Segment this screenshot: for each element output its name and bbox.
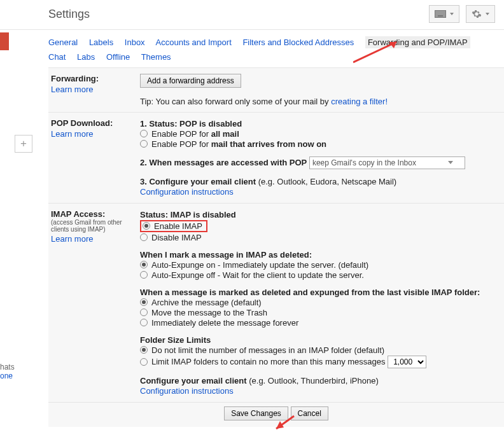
- imap-expunge-header: When a message is marked as deleted and …: [140, 288, 480, 297]
- pop-status: 1. Status: POP is disabled: [140, 119, 242, 128]
- imap-mark-deleted-header: When I mark a message in IMAP as deleted…: [140, 250, 312, 260]
- tab-chat[interactable]: Chat: [48, 52, 66, 62]
- forwarding-title: Forwarding:: [51, 74, 140, 83]
- forwarding-learn-more[interactable]: Learn more: [51, 85, 140, 94]
- pop-access-label: 2. When messages are accessed with POP: [140, 158, 307, 167]
- tab-offline[interactable]: Offline: [106, 52, 130, 62]
- imap-section: IMAP Access: (access Gmail from other cl…: [48, 204, 504, 403]
- delete-forever-radio[interactable]: [140, 319, 148, 326]
- auto-expunge-off-radio[interactable]: [140, 271, 148, 279]
- chat-area: hats one: [0, 363, 29, 380]
- trash-radio[interactable]: [140, 309, 148, 316]
- auto-expunge-on-radio[interactable]: [140, 261, 148, 268]
- imap-config-instructions[interactable]: Configuration instructions: [140, 386, 234, 396]
- tab-labs[interactable]: Labs: [77, 52, 95, 62]
- tab-labels[interactable]: Labels: [89, 38, 113, 47]
- pop-enable-all-radio[interactable]: [140, 130, 148, 137]
- pop-section: POP Download: Learn more 1. Status: POP …: [48, 113, 504, 204]
- gear-icon: [472, 9, 482, 19]
- folder-size-header: Folder Size Limits: [140, 335, 211, 345]
- enable-imap-highlight: Enable IMAP: [140, 220, 207, 232]
- add-forwarding-button[interactable]: Add a forwarding address: [140, 74, 241, 88]
- tab-filters[interactable]: Filters and Blocked Addresses: [242, 38, 354, 47]
- pop-learn-more[interactable]: Learn more: [51, 129, 140, 139]
- limit-select[interactable]: 1,000: [388, 356, 426, 368]
- gmail-accent-bar: [0, 32, 9, 50]
- pop-access-select[interactable]: keep Gmail's copy in the Inbox: [309, 156, 465, 169]
- cancel-button[interactable]: Cancel: [291, 406, 328, 420]
- tab-inbox[interactable]: Inbox: [125, 38, 145, 47]
- input-tools-button[interactable]: [429, 5, 459, 23]
- imap-learn-more[interactable]: Learn more: [51, 234, 140, 244]
- limit-radio[interactable]: [140, 358, 148, 366]
- pop-title: POP Download:: [51, 118, 140, 128]
- forwarding-tip: Tip: You can also forward only some of y…: [140, 97, 498, 106]
- expand-button[interactable]: +: [15, 135, 32, 153]
- pop-enable-now-radio[interactable]: [140, 140, 148, 148]
- keyboard-icon: [435, 10, 446, 18]
- tab-general[interactable]: General: [48, 38, 78, 47]
- settings-button[interactable]: [466, 5, 495, 23]
- archive-radio[interactable]: [140, 298, 148, 306]
- forwarding-section: Forwarding: Learn more Add a forwarding …: [48, 68, 504, 113]
- tab-forwarding[interactable]: Forwarding and POP/IMAP: [365, 36, 470, 48]
- imap-title: IMAP Access:: [51, 209, 140, 219]
- save-changes-button[interactable]: Save Changes: [224, 406, 288, 420]
- no-limit-radio[interactable]: [140, 346, 148, 354]
- imap-disable-radio[interactable]: [140, 233, 148, 241]
- tab-themes[interactable]: Themes: [141, 52, 171, 62]
- tab-accounts[interactable]: Accounts and Import: [156, 38, 232, 47]
- page-title: Settings: [48, 8, 90, 21]
- settings-tabs: General Labels Inbox Accounts and Import…: [48, 30, 504, 67]
- create-filter-link[interactable]: creating a filter!: [331, 97, 388, 106]
- imap-enable-radio[interactable]: [143, 222, 150, 230]
- imap-subtitle: (access Gmail from other clients using I…: [51, 219, 140, 233]
- imap-status: Status: IMAP is disabled: [140, 210, 236, 219]
- pop-config-instructions[interactable]: Configuration instructions: [140, 187, 234, 197]
- svg-rect-2: [438, 15, 443, 17]
